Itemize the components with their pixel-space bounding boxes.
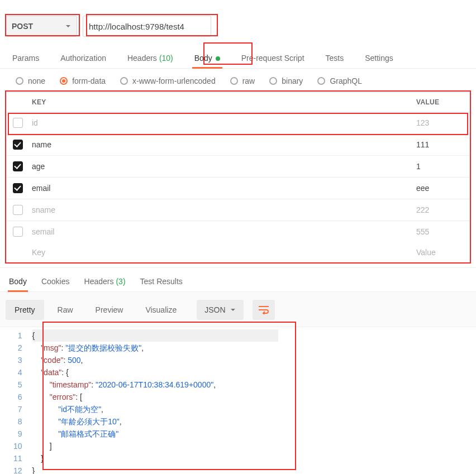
- method-label: POST: [12, 22, 33, 31]
- body-type-selector: none form-data x-www-form-urlencoded raw…: [0, 69, 476, 92]
- radio-icon: [269, 77, 277, 85]
- key-cell[interactable]: name: [30, 135, 414, 155]
- tab-authorization[interactable]: Authorization: [58, 50, 108, 68]
- url-input[interactable]: [83, 16, 211, 37]
- key-cell[interactable]: sname: [30, 200, 414, 220]
- body-type-none[interactable]: none: [16, 76, 45, 85]
- radio-icon: [60, 77, 68, 85]
- radio-icon: [230, 77, 238, 85]
- method-select[interactable]: POST: [6, 16, 77, 37]
- res-tab-testresults[interactable]: Test Results: [139, 275, 184, 291]
- chevron-down-icon: [230, 307, 236, 313]
- response-toolbar: Pretty Raw Preview Visualize JSON: [0, 291, 476, 327]
- tab-headers[interactable]: Headers(10): [125, 50, 175, 68]
- row-checkbox[interactable]: [13, 161, 23, 171]
- value-cell[interactable]: 1: [414, 156, 470, 176]
- key-cell[interactable]: age: [30, 156, 414, 176]
- response-body[interactable]: 123456789101112 { "msg": "提交的数据校验失败", "c…: [0, 327, 476, 474]
- wrap-icon: [258, 305, 269, 314]
- radio-icon: [317, 77, 325, 85]
- body-type-formdata[interactable]: form-data: [60, 76, 106, 85]
- res-tab-headers[interactable]: Headers(3): [83, 275, 127, 291]
- radio-icon: [120, 77, 128, 85]
- body-type-graphql[interactable]: GraphQL: [317, 76, 362, 85]
- table-row: age1: [6, 156, 470, 178]
- table-row: id123: [6, 112, 470, 134]
- view-raw-button[interactable]: Raw: [49, 300, 82, 320]
- wrap-lines-button[interactable]: [253, 300, 275, 320]
- formdata-table: KEY VALUE id123name111age1emaileeesname2…: [6, 92, 470, 263]
- key-cell[interactable]: id: [30, 113, 414, 133]
- table-row: semail555: [6, 221, 470, 242]
- view-preview-button[interactable]: Preview: [87, 300, 132, 320]
- table-row: name111: [6, 134, 470, 156]
- value-cell[interactable]: 111: [414, 135, 470, 155]
- response-tabs: Body Cookies Headers(3) Test Results: [0, 267, 476, 291]
- value-cell[interactable]: 555: [414, 222, 470, 242]
- key-cell[interactable]: email: [30, 178, 414, 198]
- request-tabs: Params Authorization Headers(10) Body Pr…: [0, 45, 476, 69]
- table-row: sname222: [6, 199, 470, 221]
- value-cell[interactable]: 222: [414, 200, 470, 220]
- row-checkbox[interactable]: [13, 205, 23, 215]
- format-select[interactable]: JSON: [197, 300, 243, 320]
- formdata-new-row[interactable]: Key Value: [6, 242, 470, 262]
- body-modified-indicator-icon: [216, 56, 220, 61]
- format-label: JSON: [204, 305, 225, 314]
- tab-headers-label: Headers: [127, 54, 157, 63]
- chevron-down-icon: [65, 23, 71, 29]
- body-type-raw[interactable]: raw: [230, 76, 255, 85]
- headers-count-badge: (10): [159, 54, 173, 63]
- new-value-input[interactable]: Value: [414, 242, 470, 262]
- tab-prerequest[interactable]: Pre-request Script: [239, 50, 307, 68]
- res-tab-headers-label: Headers: [84, 277, 114, 286]
- table-header: KEY VALUE: [6, 93, 470, 112]
- col-value: VALUE: [414, 93, 470, 112]
- new-key-input[interactable]: Key: [30, 242, 414, 262]
- view-pretty-button[interactable]: Pretty: [6, 300, 44, 320]
- res-headers-count-badge: (3): [116, 277, 125, 286]
- row-checkbox[interactable]: [13, 183, 23, 193]
- value-cell[interactable]: eee: [414, 178, 470, 198]
- row-checkbox[interactable]: [13, 227, 23, 237]
- key-cell[interactable]: semail: [30, 222, 414, 242]
- body-type-xwww[interactable]: x-www-form-urlencoded: [120, 76, 216, 85]
- radio-icon: [16, 77, 23, 85]
- tab-params[interactable]: Params: [10, 50, 41, 68]
- res-tab-body[interactable]: Body: [8, 275, 28, 291]
- value-cell[interactable]: 123: [414, 113, 470, 133]
- table-row: emaileee: [6, 178, 470, 199]
- res-tab-cookies[interactable]: Cookies: [40, 275, 71, 291]
- col-key: KEY: [30, 93, 414, 112]
- tab-body[interactable]: Body: [192, 50, 222, 68]
- row-checkbox[interactable]: [13, 118, 23, 128]
- tab-settings[interactable]: Settings: [363, 50, 396, 68]
- tab-body-label: Body: [194, 54, 212, 63]
- tab-tests[interactable]: Tests: [323, 50, 346, 68]
- body-type-binary[interactable]: binary: [269, 76, 303, 85]
- view-visualize-button[interactable]: Visualize: [136, 300, 185, 320]
- row-checkbox[interactable]: [13, 140, 23, 150]
